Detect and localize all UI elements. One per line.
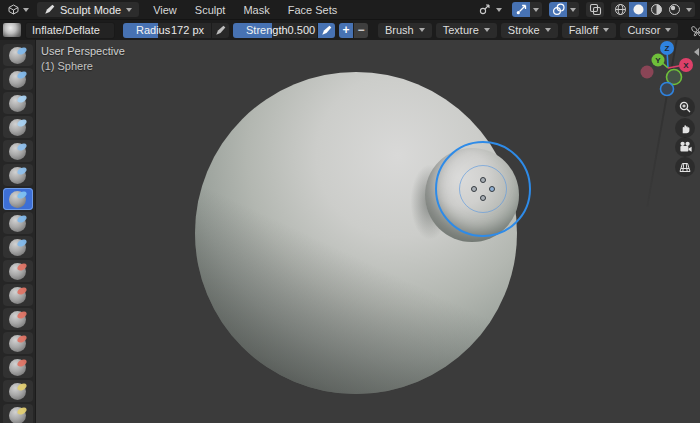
tool-inflate[interactable]	[3, 188, 33, 210]
mode-select-dropdown[interactable]: Sculpt Mode	[37, 2, 139, 17]
perspective-grid-icon	[678, 160, 692, 174]
shading-wireframe-button[interactable]	[611, 2, 629, 17]
shading-mode-group	[611, 2, 695, 17]
brush-sphere-icon	[9, 335, 26, 352]
shading-rendered-button[interactable]	[665, 2, 683, 17]
gizmos-dropdown[interactable]	[530, 2, 542, 17]
tool-layer[interactable]	[3, 164, 33, 186]
brush-popover[interactable]: Brush	[378, 23, 432, 38]
tool-settings-bar: Inflate/Deflate Radius 172 px Strength 0…	[0, 19, 700, 40]
stylus-pressure-icon	[215, 25, 226, 36]
tool-pinch[interactable]	[3, 380, 33, 402]
show-gizmos-toggle[interactable]	[512, 2, 530, 17]
viewport-editor-icon	[7, 3, 20, 16]
overlays-dropdown[interactable]	[567, 2, 579, 17]
shading-solid-button[interactable]	[629, 2, 647, 17]
brush-sphere-icon	[9, 167, 26, 184]
tool-draw[interactable]	[3, 44, 33, 66]
tool-blob[interactable]	[3, 212, 33, 234]
material-preview-icon	[650, 3, 663, 16]
brush-cursor-inner-circle	[459, 165, 507, 213]
tool-multi-plane-scrape[interactable]	[3, 356, 33, 378]
zoom-button[interactable]	[675, 97, 695, 117]
remove-brush-button[interactable]: −	[354, 23, 368, 38]
tool-crease[interactable]	[3, 236, 33, 258]
add-brush-button[interactable]: +	[339, 23, 353, 38]
strength-pressure-toggle[interactable]	[318, 23, 335, 38]
radius-pressure-toggle[interactable]	[212, 23, 229, 38]
tool-smooth[interactable]	[3, 260, 33, 282]
axis-x-negative-ball[interactable]	[641, 66, 654, 79]
sculpt-tool-list	[0, 40, 36, 423]
axis-z-label: Z	[665, 44, 670, 53]
xray-icon	[589, 3, 602, 16]
cursor-crosshair-dot-down	[480, 195, 486, 201]
solid-shading-icon	[632, 3, 645, 16]
tool-clay[interactable]	[3, 92, 33, 114]
xray-toggle[interactable]	[586, 2, 604, 17]
pivot-point-icon	[475, 2, 493, 17]
menu-view[interactable]: View	[145, 4, 185, 16]
brush-sphere-icon	[9, 71, 26, 88]
cursor-popover[interactable]: Cursor	[620, 23, 678, 38]
cursor-crosshair-dot-up	[480, 177, 486, 183]
tool-grab[interactable]	[3, 404, 33, 423]
axis-y-label: Y	[655, 56, 661, 65]
menu-face-sets[interactable]: Face Sets	[280, 4, 346, 16]
pivot-point-dropdown[interactable]	[475, 2, 505, 17]
gizmo-arrow-icon	[515, 3, 528, 16]
brush-sphere-icon	[9, 311, 26, 328]
shading-dropdown[interactable]	[683, 2, 695, 17]
cursor-crosshair-dot-right	[489, 186, 495, 192]
brush-name-field[interactable]: Inflate/Deflate	[25, 22, 115, 39]
viewport-header: Sculpt Mode View Sculpt Mask Face Sets	[0, 0, 700, 19]
stylus-pressure-icon	[321, 25, 332, 36]
rendered-shading-icon	[668, 3, 681, 16]
brush-sphere-icon	[9, 119, 26, 136]
tool-clay-strips[interactable]	[3, 116, 33, 138]
navigation-gizmo[interactable]: Z Y X	[636, 40, 698, 100]
brush-thumbnail[interactable]	[3, 23, 21, 37]
texture-popover[interactable]: Texture	[436, 23, 497, 38]
radius-label: Radius	[123, 24, 170, 36]
brush-sphere-icon	[9, 383, 26, 400]
stroke-popover[interactable]: Stroke	[501, 23, 558, 38]
editor-type-dropdown[interactable]	[5, 3, 31, 16]
tool-fill[interactable]	[3, 308, 33, 330]
texture-popover-label: Texture	[443, 24, 479, 36]
view-perspective-label: User Perspective	[41, 45, 125, 57]
shading-material-button[interactable]	[647, 2, 665, 17]
axis-x-label: X	[683, 61, 689, 70]
strength-value: 0.500	[288, 24, 317, 36]
menu-mask[interactable]: Mask	[235, 4, 277, 16]
brush-sphere-icon	[9, 407, 26, 423]
viewport-3d[interactable]: User Perspective (1) Sphere Z Y X	[36, 40, 700, 423]
tool-draw-sharp[interactable]	[3, 68, 33, 90]
pan-button[interactable]	[675, 118, 695, 138]
radius-slider[interactable]: Radius 172 px	[123, 23, 211, 38]
brush-sphere-icon	[9, 143, 26, 160]
axis-z-negative-ball[interactable]	[661, 83, 674, 96]
blender-window: Sculpt Mode View Sculpt Mask Face Sets	[0, 0, 700, 423]
tool-flatten[interactable]	[3, 284, 33, 306]
chevron-down-icon[interactable]	[493, 2, 505, 17]
brush-sphere-icon	[9, 239, 26, 256]
sidebar-collapse-arrow[interactable]	[694, 48, 699, 56]
brush-sphere-icon	[9, 215, 26, 232]
brush-sphere-icon	[9, 95, 26, 112]
chevron-down-icon	[23, 8, 29, 12]
falloff-popover[interactable]: Falloff	[562, 23, 617, 38]
perspective-toggle-button[interactable]	[675, 157, 695, 177]
strength-slider[interactable]: Strength 0.500	[233, 23, 317, 38]
tool-clay-thumb[interactable]	[3, 140, 33, 162]
tool-scrape[interactable]	[3, 332, 33, 354]
show-overlays-toggle[interactable]	[549, 2, 567, 17]
menu-sculpt[interactable]: Sculpt	[187, 4, 234, 16]
camera-view-button[interactable]	[675, 137, 695, 157]
falloff-popover-label: Falloff	[569, 24, 599, 36]
zoom-icon	[678, 100, 692, 114]
brush-sphere-icon	[9, 263, 26, 280]
radius-value: 172 px	[171, 24, 211, 36]
wireframe-icon	[614, 3, 627, 16]
brush-sphere-icon	[9, 191, 26, 208]
